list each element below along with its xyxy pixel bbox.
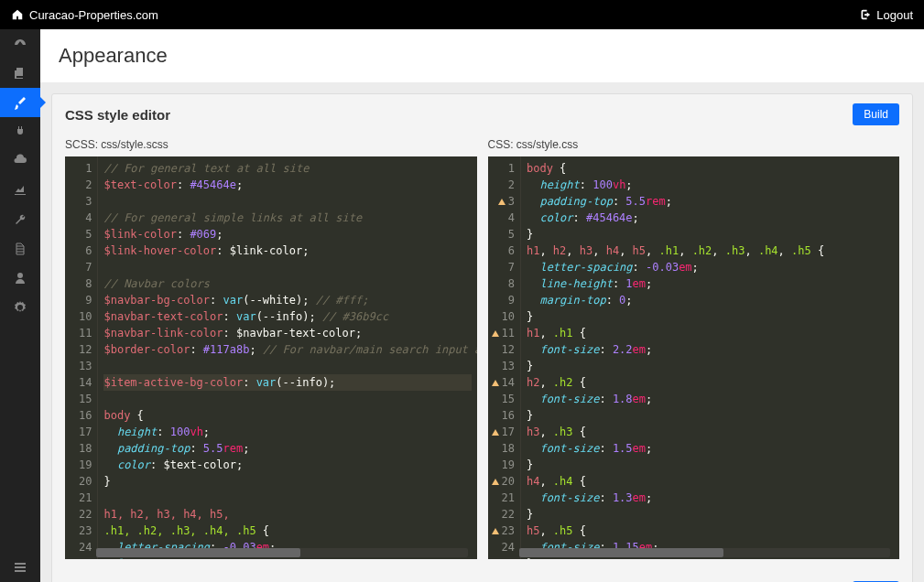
code-line[interactable]: }	[527, 358, 894, 374]
code-line[interactable]: }	[527, 407, 894, 424]
sidebar-item-appearance[interactable]	[0, 88, 40, 117]
code-line[interactable]: margin-top: 0;	[527, 292, 894, 308]
code-line[interactable]: h2, .h2 {	[527, 374, 894, 391]
warning-icon	[492, 330, 499, 337]
code-line[interactable]: padding-top: 5.5rem;	[527, 193, 894, 210]
warning-icon	[492, 380, 499, 386]
code-line[interactable]: body {	[103, 407, 471, 424]
code-line[interactable]: h5, .h5 {	[527, 523, 894, 539]
sidebar-item-pages[interactable]	[0, 59, 40, 88]
code-line[interactable]	[103, 391, 471, 407]
sidebar-item-media[interactable]	[0, 146, 40, 176]
code-line[interactable]: }	[527, 226, 894, 242]
logout-label: Logout	[876, 8, 913, 22]
file-icon	[13, 242, 27, 256]
panel-title: CSS style editor	[65, 107, 170, 123]
code-line[interactable]: body {	[527, 160, 894, 177]
css-editor-panel: CSS style editor Build SCSS: css/style.s…	[51, 93, 913, 582]
code-line[interactable]: $navbar-link-color: $navbar-text-color;	[103, 325, 471, 341]
code-line[interactable]	[103, 193, 471, 210]
brush-icon	[13, 95, 27, 110]
sidebar-item-tools[interactable]	[0, 205, 40, 234]
sidebar-toggle[interactable]	[0, 553, 40, 582]
sidebar-item-users[interactable]	[0, 264, 40, 293]
code-line[interactable]: $border-color: #117a8b; // For navbar/ma…	[103, 341, 471, 358]
scss-editor-label: SCSS: css/style.scss	[65, 135, 477, 156]
code-line[interactable]: $navbar-bg-color: var(--white); // #fff;	[103, 292, 471, 308]
scrollbar-horizontal[interactable]	[519, 548, 891, 557]
user-icon	[13, 271, 27, 286]
code-line[interactable]: }	[103, 473, 471, 490]
code-line[interactable]: // For general simple links at all site	[103, 210, 471, 226]
code-line[interactable]	[103, 490, 471, 506]
code-line[interactable]: }	[527, 506, 894, 523]
build-button-top[interactable]: Build	[853, 103, 899, 125]
code-line[interactable]: $item-active-bg-color: var(--info);	[103, 374, 471, 391]
code-line[interactable]: .h1, .h2, .h3, .h4, .h5 {	[103, 523, 471, 539]
sidebar-item-plugins[interactable]	[0, 117, 40, 146]
code-line[interactable]: h1, .h1 {	[527, 325, 894, 341]
code-line[interactable]: h4, .h4 {	[527, 473, 894, 490]
code-line[interactable]: color: #45464e;	[527, 210, 894, 226]
sidebar-item-dashboard[interactable]	[0, 29, 40, 59]
logout-icon	[858, 8, 871, 21]
warning-icon	[492, 528, 499, 534]
cogs-icon	[13, 300, 27, 315]
css-editor[interactable]: 1234567891011121314151617181920212223242…	[488, 156, 900, 559]
code-line[interactable]: // Navbar colors	[103, 275, 471, 292]
code-line[interactable]: height: 100vh;	[103, 424, 471, 440]
code-line[interactable]: color: $text-color;	[103, 457, 471, 473]
sidebar-item-files[interactable]	[0, 234, 40, 264]
chart-icon	[13, 183, 27, 198]
code-line[interactable]: }	[527, 308, 894, 325]
scrollbar-horizontal[interactable]	[96, 548, 468, 557]
code-line[interactable]: letter-spacing: -0.03em;	[527, 259, 894, 275]
gauge-icon	[13, 37, 27, 51]
home-icon	[11, 8, 24, 21]
code-line[interactable]: line-height: 1em;	[527, 275, 894, 292]
cloud-icon	[13, 154, 27, 168]
sidebar-item-analytics[interactable]	[0, 176, 40, 205]
topbar: Curacao-Properties.com Logout	[0, 0, 924, 29]
code-line[interactable]	[103, 259, 471, 275]
warning-icon	[492, 429, 499, 436]
code-line[interactable]: font-size: 1.8em;	[527, 391, 894, 407]
main-content: Appearance CSS style editor Build SCSS: …	[40, 29, 924, 582]
code-line[interactable]	[103, 358, 471, 374]
sidebar	[0, 29, 40, 582]
site-brand[interactable]: Curacao-Properties.com	[11, 8, 158, 22]
code-line[interactable]: font-size: 1.5em;	[527, 440, 894, 457]
code-line[interactable]: h1, h2, h3, h4, h5, .h1, .h2, .h3, .h4, …	[527, 242, 894, 259]
site-name: Curacao-Properties.com	[29, 8, 158, 22]
code-line[interactable]: h3, .h3 {	[527, 424, 894, 440]
code-line[interactable]: $navbar-text-color: var(--info); // #36b…	[103, 308, 471, 325]
css-editor-label: CSS: css/style.css	[488, 135, 900, 156]
code-line[interactable]: // For general text at all site	[103, 160, 471, 177]
page-title: Appearance	[40, 29, 924, 82]
code-line[interactable]: height: 100vh;	[527, 177, 894, 193]
code-line[interactable]: font-size: 2.2em;	[527, 341, 894, 358]
logout-link[interactable]: Logout	[858, 8, 913, 22]
code-line[interactable]: $link-hover-color: $link-color;	[103, 242, 471, 259]
code-line[interactable]: font-size: 1.3em;	[527, 490, 894, 506]
code-line[interactable]: padding-top: 5.5rem;	[103, 440, 471, 457]
warning-icon	[492, 479, 499, 485]
wrench-icon	[13, 212, 27, 227]
plug-icon	[13, 124, 27, 139]
code-line[interactable]: }	[527, 457, 894, 473]
warning-icon	[498, 199, 505, 205]
sidebar-item-settings[interactable]	[0, 293, 40, 322]
code-line[interactable]: $link-color: #069;	[103, 226, 471, 242]
code-line[interactable]: $text-color: #45464e;	[103, 177, 471, 193]
code-line[interactable]: h1, h2, h3, h4, h5,	[103, 506, 471, 523]
copy-icon	[13, 66, 27, 81]
scss-editor[interactable]: 1234567891011121314151617181920212223242…	[65, 156, 477, 559]
